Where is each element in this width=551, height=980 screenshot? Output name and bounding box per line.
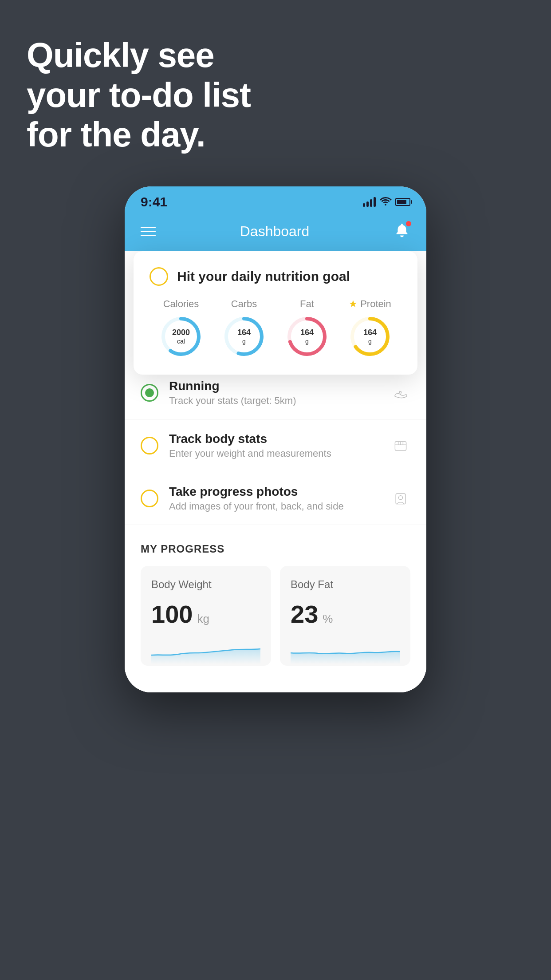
phone-mockup: 9:41 <box>125 186 426 692</box>
notification-button[interactable] <box>394 222 410 241</box>
calories-ring: 2000cal <box>159 314 203 359</box>
body-weight-card[interactable]: Body Weight 100 kg <box>141 566 271 666</box>
progress-cards: Body Weight 100 kg <box>141 566 410 666</box>
body-stats-title: Track body stats <box>169 432 380 446</box>
todo-item-body-stats[interactable]: Track body stats Enter your weight and m… <box>125 419 426 472</box>
fat-item: Fat 164g <box>285 298 329 359</box>
body-stats-subtitle: Enter your weight and measurements <box>169 448 380 459</box>
fat-ring: 164g <box>285 314 329 359</box>
battery-icon <box>395 198 410 206</box>
status-time: 9:41 <box>141 194 167 209</box>
body-fat-card-title: Body Fat <box>291 578 400 591</box>
hamburger-button[interactable] <box>141 227 156 236</box>
nutrition-card-title: Hit your daily nutrition goal <box>177 269 350 284</box>
protein-item: ★ Protein 164g <box>348 298 392 359</box>
body-weight-card-title: Body Weight <box>151 578 260 591</box>
phone-screen: 9:41 <box>125 186 426 692</box>
star-icon: ★ <box>349 298 358 310</box>
status-bar: 9:41 <box>125 186 426 214</box>
svg-point-14 <box>399 496 403 500</box>
todo-item-photos[interactable]: Take progress photos Add images of your … <box>125 472 426 525</box>
running-title: Running <box>169 379 380 393</box>
shoe-icon <box>391 383 410 403</box>
photos-title: Take progress photos <box>169 485 380 499</box>
protein-label: Protein <box>360 298 391 310</box>
carbs-ring: 164g <box>222 314 266 359</box>
nutrition-grid: Calories 2000cal Carbs <box>150 298 401 359</box>
running-subtitle: Track your stats (target: 5km) <box>169 395 380 407</box>
calories-item: Calories 2000cal <box>159 298 203 359</box>
nav-title: Dashboard <box>240 223 310 240</box>
wifi-icon <box>379 196 392 208</box>
photos-subtitle: Add images of your front, back, and side <box>169 501 380 512</box>
body-fat-chart <box>291 637 400 664</box>
body-stats-checkbox[interactable] <box>141 437 158 454</box>
headline: Quickly see your to-do list for the day. <box>27 36 251 155</box>
nutrition-checkbox[interactable] <box>150 267 168 286</box>
photos-checkbox[interactable] <box>141 490 158 507</box>
calories-label: Calories <box>163 298 199 310</box>
body-fat-card[interactable]: Body Fat 23 % <box>280 566 410 666</box>
scale-icon <box>391 436 410 455</box>
card-title-row: Hit your daily nutrition goal <box>150 267 401 286</box>
body-weight-value: 100 <box>151 600 193 628</box>
progress-title: MY PROGRESS <box>141 543 410 555</box>
body-fat-value: 23 <box>291 600 318 628</box>
fat-label: Fat <box>300 298 314 310</box>
carbs-label: Carbs <box>231 298 257 310</box>
carbs-item: Carbs 164g <box>222 298 266 359</box>
notification-badge <box>406 221 411 226</box>
running-checkbox[interactable] <box>141 384 158 402</box>
nutrition-card: Hit your daily nutrition goal Calories 2… <box>134 251 417 375</box>
nav-bar: Dashboard <box>125 214 426 251</box>
body-weight-chart <box>151 637 260 664</box>
protein-ring: 164g <box>348 314 392 359</box>
signal-icon <box>363 197 376 207</box>
status-icons <box>363 196 410 208</box>
progress-section: MY PROGRESS Body Weight 100 kg <box>125 525 426 666</box>
body-fat-unit: % <box>323 612 333 626</box>
running-icon-svg <box>393 385 409 401</box>
protein-label-row: ★ Protein <box>349 298 391 310</box>
scale-icon-svg <box>393 438 409 454</box>
content-area: THINGS TO DO TODAY Hit your daily nutrit… <box>125 251 426 692</box>
body-weight-unit: kg <box>197 612 209 626</box>
person-icon-svg <box>393 490 409 506</box>
person-icon <box>391 489 410 508</box>
